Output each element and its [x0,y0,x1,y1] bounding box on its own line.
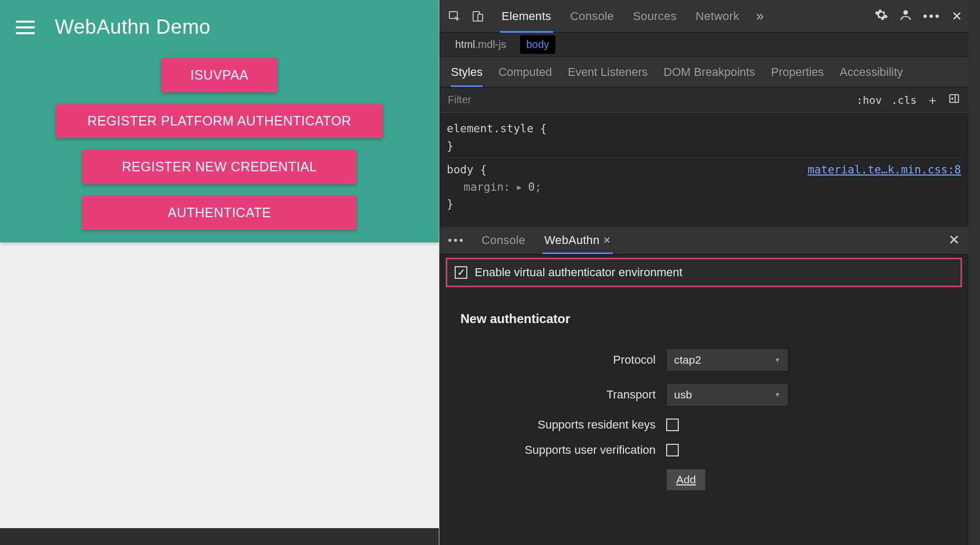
rule-body-margin-prop[interactable]: margin: ▶ 0; [447,179,961,196]
account-icon[interactable] [899,8,912,25]
subtab-accessibility[interactable]: Accessibility [840,57,903,87]
enable-virtual-authenticator-row: Enable virtual authenticator environment [446,258,962,287]
rule-body-close: } [447,196,961,213]
tab-console[interactable]: Console [568,0,616,32]
authenticate-button[interactable]: AUTHENTICATE [82,196,357,230]
dom-breadcrumb: html.mdl-js body [439,33,968,57]
enable-virtual-authenticator-label: Enable virtual authenticator environment [475,266,683,279]
subtab-properties[interactable]: Properties [771,57,824,87]
expand-shorthand-icon[interactable]: ▶ [517,182,521,193]
app-header: WebAuthn Demo ISUVPAA REGISTER PLATFORM … [0,0,439,242]
subtab-computed[interactable]: Computed [498,57,552,87]
drawer-menu-icon[interactable]: ••• [448,233,465,247]
protocol-select[interactable]: ctap2 ▼ [666,348,789,372]
tab-sources[interactable]: Sources [631,0,679,32]
new-authenticator-panel: New authenticator Protocol ctap2 ▼ Trans… [439,290,968,545]
resident-keys-checkbox[interactable] [666,419,679,431]
devtools-scrollbar[interactable] [968,0,980,545]
transport-select[interactable]: usb ▼ [666,383,789,406]
breadcrumb-html-class: .mdl-js [475,38,506,50]
css-rules-area: element.style { } body { material.te…k.m… [439,113,968,226]
cls-toggle[interactable]: .cls [891,94,917,106]
drawer-tab-webauthn-close-icon[interactable]: ✕ [603,235,611,246]
protocol-select-value: ctap2 [674,354,701,366]
hamburger-menu-icon[interactable] [16,17,37,38]
tab-network[interactable]: Network [694,0,742,32]
register-new-credential-button[interactable]: REGISTER NEW CREDENTIAL [82,150,357,184]
tab-elements[interactable]: Elements [499,0,553,32]
rule-element-style-open[interactable]: element.style { [447,120,961,138]
chevron-down-icon: ▼ [774,391,781,398]
drawer-close-icon[interactable]: ✕ [948,232,960,248]
svg-point-3 [903,10,908,15]
rule-source-link[interactable]: material.te…k.min.css:8 [808,161,961,179]
inspect-element-icon[interactable] [446,7,464,25]
protocol-label: Protocol [460,353,666,367]
subtab-event-listeners[interactable]: Event Listeners [568,57,648,87]
device-toolbar-icon[interactable] [469,7,487,25]
resident-keys-label: Supports resident keys [460,418,666,432]
devtools-pane: Elements Console Sources Network » ••• ✕… [439,0,968,545]
rule-element-style-close: } [447,138,961,155]
drawer-tab-webauthn[interactable]: WebAuthn ✕ [542,233,613,247]
styles-subtabs: Styles Computed Event Listeners DOM Brea… [439,57,968,87]
breadcrumb-body[interactable]: body [520,35,555,54]
rule-body-selector[interactable]: body { [447,161,487,179]
more-tabs-chevron-icon[interactable]: » [756,8,764,24]
close-devtools-icon[interactable]: ✕ [952,9,962,24]
new-authenticator-heading: New authenticator [460,312,958,326]
transport-label: Transport [460,388,666,402]
hov-toggle[interactable]: :hov [857,94,882,106]
register-platform-authenticator-button[interactable]: REGISTER PLATFORM AUTHENTICATOR [56,104,383,138]
enable-virtual-authenticator-checkbox[interactable] [455,266,467,279]
user-verification-label: Supports user verification [460,443,666,457]
toggle-sidebar-icon[interactable] [948,93,960,108]
drawer-tab-webauthn-label: WebAuthn [544,233,600,247]
devtools-topbar: Elements Console Sources Network » ••• ✕ [439,0,968,33]
user-verification-checkbox[interactable] [666,444,679,456]
breadcrumb-html[interactable]: html.mdl-js [449,35,513,54]
svg-rect-2 [478,14,483,21]
demo-app-pane: WebAuthn Demo ISUVPAA REGISTER PLATFORM … [0,0,439,545]
kebab-menu-icon[interactable]: ••• [923,9,941,24]
drawer-tab-console[interactable]: Console [479,233,527,247]
transport-select-value: usb [674,388,692,401]
breadcrumb-html-tag: html [455,38,475,50]
subtab-dom-breakpoints[interactable]: DOM Breakpoints [664,57,755,87]
app-title: WebAuthn Demo [55,16,210,38]
subtab-styles[interactable]: Styles [451,57,483,87]
gear-icon[interactable] [875,8,888,25]
isuvpaa-button[interactable]: ISUVPAA [161,58,277,92]
chevron-down-icon: ▼ [774,356,781,364]
styles-filter-bar: :hov .cls ＋ [439,87,968,113]
add-authenticator-button[interactable]: Add [666,469,706,491]
app-footer-bar [0,528,439,545]
drawer-tabs: ••• Console WebAuthn ✕ ✕ [439,226,968,255]
new-style-rule-icon[interactable]: ＋ [926,92,939,109]
styles-filter-input[interactable] [448,94,857,106]
